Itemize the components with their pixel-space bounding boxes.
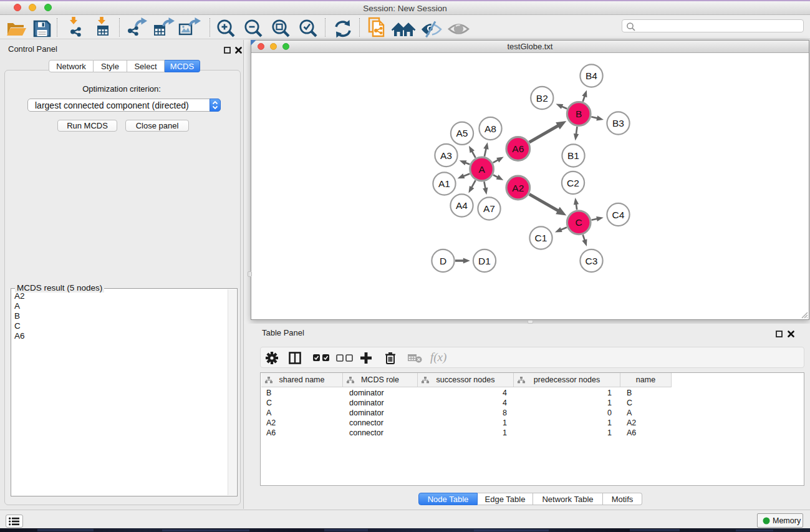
svg-text:C3: C3 [586, 256, 598, 266]
svg-text:A2: A2 [512, 183, 524, 193]
svg-text:B: B [576, 109, 582, 119]
svg-text:B2: B2 [536, 93, 548, 104]
svg-text:C4: C4 [612, 210, 625, 220]
svg-text:D1: D1 [478, 256, 491, 266]
svg-text:D: D [440, 256, 446, 266]
svg-text:B3: B3 [612, 118, 624, 128]
svg-text:C: C [576, 217, 582, 228]
svg-text:A6: A6 [512, 143, 524, 154]
svg-text:B4: B4 [586, 70, 597, 81]
svg-text:C2: C2 [567, 178, 579, 188]
svg-text:A8: A8 [485, 123, 496, 134]
svg-text:C1: C1 [535, 233, 547, 243]
svg-text:A1: A1 [438, 178, 450, 189]
svg-text:A: A [478, 164, 485, 175]
svg-text:A5: A5 [456, 128, 468, 138]
svg-text:A7: A7 [483, 203, 495, 214]
svg-text:A3: A3 [440, 150, 452, 161]
svg-text:A4: A4 [456, 200, 468, 211]
svg-text:B1: B1 [567, 150, 579, 161]
